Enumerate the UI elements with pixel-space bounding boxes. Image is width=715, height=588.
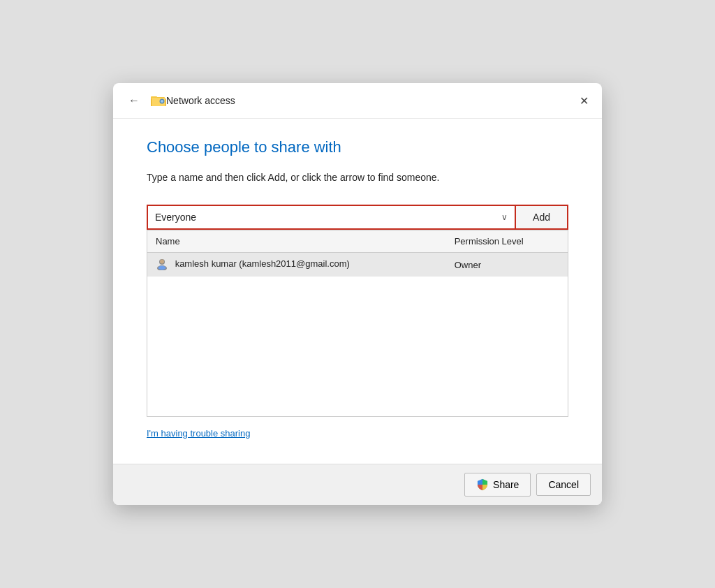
user-name-cell: kamlesh kumar (kamlesh2011@gmail.com) (147, 253, 446, 277)
description-text: Type a name and then click Add, or click… (147, 170, 568, 185)
user-icon (156, 258, 168, 270)
share-button-label: Share (493, 479, 519, 490)
dialog-content: Choose people to share with Type a name … (113, 119, 602, 464)
title-bar: ← Network access ✕ (113, 83, 602, 119)
share-button[interactable]: Share (464, 473, 531, 497)
input-row: ∨ Add (147, 205, 568, 230)
share-shield-icon (476, 478, 489, 491)
table-header-row: Name Permission Level (147, 230, 568, 253)
name-input[interactable] (148, 206, 494, 228)
permissions-table-container: Name Permission Level (147, 230, 568, 417)
user-name-text: kamlesh kumar (kamlesh2011@gmail.com) (175, 258, 350, 269)
column-name-header: Name (147, 230, 446, 253)
svg-point-10 (159, 266, 166, 270)
svg-point-9 (160, 260, 164, 264)
table-row[interactable]: kamlesh kumar (kamlesh2011@gmail.com) Ow… (147, 253, 568, 277)
permissions-table: Name Permission Level (147, 230, 568, 416)
name-input-wrapper: ∨ (147, 205, 515, 230)
dropdown-arrow-icon[interactable]: ∨ (494, 207, 515, 228)
cancel-button[interactable]: Cancel (536, 473, 591, 496)
user-permission-cell: Owner (446, 253, 568, 277)
column-permission-header: Permission Level (446, 230, 568, 253)
svg-point-6 (161, 100, 163, 103)
trouble-sharing-link[interactable]: I'm having trouble sharing (147, 428, 250, 439)
add-button[interactable]: Add (515, 205, 568, 230)
dialog-footer: Share Cancel (113, 464, 602, 505)
empty-row (147, 277, 568, 416)
network-access-dialog: ← Network access ✕ Choose people to shar… (113, 83, 602, 505)
folder-icon (151, 94, 166, 107)
main-heading: Choose people to share with (147, 138, 568, 156)
close-button[interactable]: ✕ (574, 91, 594, 110)
back-button[interactable]: ← (124, 91, 144, 110)
dialog-title: Network access (166, 95, 235, 106)
